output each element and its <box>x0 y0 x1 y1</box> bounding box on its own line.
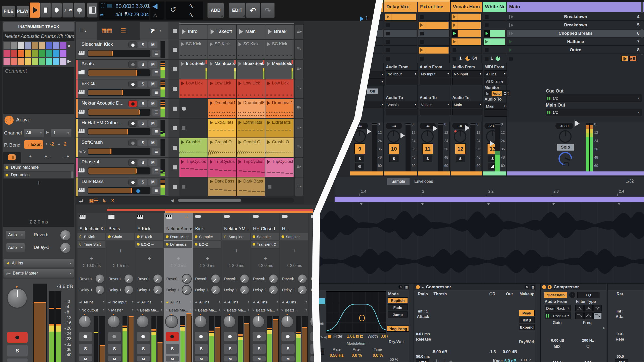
tab-envelopes[interactable]: Envelopes <box>411 178 437 185</box>
clip-menu-icon[interactable]: ☰▸ <box>297 164 302 168</box>
slot-stop-icon[interactable] <box>420 32 424 35</box>
track-output-select[interactable]: ♫∿Beats Master▼ <box>4 269 74 278</box>
clip-slot-empty[interactable] <box>179 119 208 138</box>
channel-mute-button[interactable]: M <box>281 356 295 361</box>
clip[interactable]: ExtraHats <box>237 119 265 138</box>
slot-stop-icon[interactable] <box>386 32 390 35</box>
warp-marker[interactable] <box>487 203 490 205</box>
tab-sends-out[interactable]: ●→ <box>40 154 56 161</box>
slot-stop-icon[interactable] <box>386 57 390 61</box>
clip-menu-icon[interactable]: ☰▸ <box>297 86 302 90</box>
main-pan-knob[interactable] <box>559 130 572 143</box>
time-value[interactable]: 0:29.004 <box>129 12 149 17</box>
hidden-monitor-off-chip[interactable]: Off <box>367 88 378 94</box>
sc-mix-value[interactable]: 100 % <box>548 360 567 362</box>
palette-swatch[interactable] <box>18 42 24 49</box>
track-fader-handle[interactable] <box>400 133 405 138</box>
clip-menu-icon[interactable]: ☰▸ <box>297 184 302 188</box>
auto-release-button[interactable]: Auto <box>416 359 429 362</box>
slot-stop-icon[interactable] <box>453 57 456 61</box>
clip[interactable]: MainBeats <box>208 60 236 79</box>
channel-solo-button[interactable]: S <box>281 344 295 354</box>
filter-type-button[interactable] <box>575 305 584 311</box>
monitor-in-button[interactable]: In <box>485 90 491 96</box>
track-menu-button[interactable]: ☰ <box>152 187 160 194</box>
inspector-device-row[interactable]: Dynamics <box>4 171 74 178</box>
io-from-sub-box[interactable] <box>386 78 415 84</box>
redo-button[interactable]: ↷ <box>261 3 275 18</box>
clip-stop-cell[interactable] <box>169 60 181 79</box>
grid-value[interactable]: 1/32 <box>626 179 634 184</box>
add-device-button[interactable]: + <box>77 255 106 262</box>
clip[interactable]: Drumbeat1 <box>208 99 236 118</box>
channel-input-select[interactable]: ◄All ins▼ <box>136 299 163 305</box>
track-arm-button[interactable] <box>128 61 137 68</box>
session-clip[interactable] <box>458 30 481 37</box>
io-to-sub-box[interactable] <box>452 109 480 115</box>
send-knob[interactable] <box>96 286 104 294</box>
track-mute-button[interactable]: M <box>148 100 157 107</box>
add-device-button[interactable]: + <box>280 247 308 254</box>
io-channel-select[interactable]: All Channe <box>485 78 504 84</box>
channel-input-select[interactable]: ◄All ins▼ <box>165 299 192 305</box>
track-solo-button[interactable]: S <box>138 140 147 146</box>
volume-fader-track[interactable] <box>33 284 47 362</box>
clip-slot[interactable] <box>483 13 506 21</box>
clip[interactable]: Low Lick <box>208 79 236 98</box>
scene-row[interactable]: Chopped Breaks 6 <box>507 30 644 37</box>
cue-out-select[interactable]: ▌▌1/2▼ <box>546 95 638 101</box>
track-name-field[interactable]: Nektar Acoustic Drums Kit Yama <box>3 32 74 41</box>
palette-swatch[interactable] <box>46 58 52 65</box>
track-fader-handle[interactable] <box>465 125 470 131</box>
track-header-row[interactable]: Dark Bass S M ☰ <box>76 177 169 196</box>
track-cue-dot-button[interactable] <box>355 163 364 169</box>
mix-channel[interactable]: E-KickE-KickEQ-2∾+Reverb Delay-1 ◄All in… <box>135 213 164 362</box>
attack-value[interactable]: 0.01 ms <box>415 332 431 336</box>
clip-playing-button[interactable] <box>452 30 458 37</box>
palette-swatch[interactable] <box>11 58 17 65</box>
palette-swatch[interactable] <box>18 58 24 65</box>
clip-play-icon[interactable] <box>181 62 184 66</box>
send-knob[interactable] <box>153 286 162 294</box>
pan-knob[interactable] <box>137 316 148 327</box>
io-from-select[interactable]: All Ins▼ <box>485 70 504 77</box>
ratio-value[interactable]: inf : 1 <box>416 309 430 313</box>
scene-row[interactable]: Breakdown 4 <box>507 13 644 21</box>
active-toggle[interactable] <box>5 116 14 125</box>
track-solo-button[interactable]: S <box>456 155 464 161</box>
makeup-label[interactable]: Makeup <box>519 292 535 296</box>
clip-slot-empty[interactable] <box>179 99 208 118</box>
clip-play-icon[interactable] <box>238 140 242 144</box>
delay-link-button[interactable] <box>319 298 325 304</box>
c3-release-value[interactable]: 50.0 <box>617 354 624 358</box>
channel-number-select[interactable]: 1▼ <box>51 129 71 137</box>
clip-play-icon[interactable] <box>210 101 213 105</box>
track-arm-button[interactable] <box>128 41 137 48</box>
rms-button[interactable]: RMS <box>519 317 535 323</box>
clip[interactable]: SC Kick <box>237 40 265 59</box>
slot-stop-icon[interactable] <box>420 40 424 44</box>
channel-arm-button[interactable] <box>108 332 121 341</box>
palette-swatch[interactable] <box>53 42 59 49</box>
track-fader-handle[interactable] <box>490 141 494 146</box>
slot-stop-icon[interactable] <box>268 185 271 189</box>
slot-stop-icon[interactable] <box>420 15 424 19</box>
track-number-button[interactable]: 9 <box>354 143 364 153</box>
send-knob[interactable] <box>269 275 278 283</box>
scene-play-icon[interactable] <box>211 29 214 34</box>
filter-type-button[interactable] <box>593 305 602 311</box>
slot-stop-icon[interactable] <box>420 57 424 61</box>
clip-stop-cell[interactable] <box>169 158 181 177</box>
scene-header[interactable]: Intro <box>179 25 208 39</box>
track-input-select[interactable]: ◄All ins▼ <box>4 259 74 267</box>
main-fader-handle[interactable] <box>575 120 580 127</box>
pointer-dd-icon[interactable]: ▼ <box>159 29 162 32</box>
add-device-button[interactable]: + <box>251 255 279 262</box>
channel-device-row[interactable]: Dynamics <box>164 241 192 248</box>
channel-device-row[interactable]: EQ-2∾ <box>135 241 163 248</box>
scene-menu-icon[interactable]: ☰▸ <box>297 29 302 34</box>
track-header-row[interactable]: Hi-Hat FM Gothe... S M ☰ <box>76 119 169 138</box>
io-from-select[interactable]: No Input▼ <box>452 70 480 77</box>
pingpong-button[interactable]: Ping Pong <box>387 326 409 332</box>
channel-device-row[interactable]: EQ-2 <box>193 241 221 248</box>
